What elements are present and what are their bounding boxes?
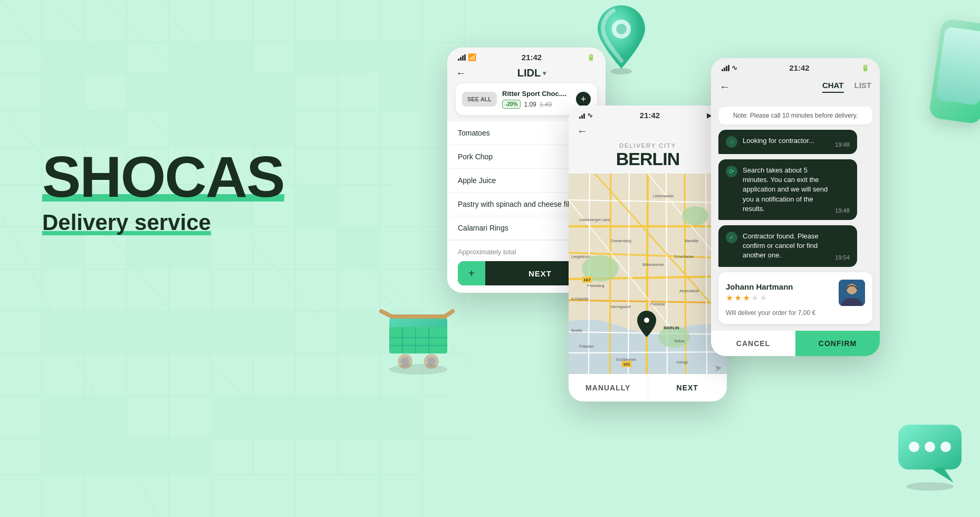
svg-text:167: 167 bbox=[583, 277, 591, 282]
item-name: Pork Chop bbox=[458, 152, 493, 161]
svg-rect-49 bbox=[339, 43, 379, 73]
contractor-header: Johann Hartmann ★ ★ ★ ★ ★ bbox=[726, 280, 865, 306]
city-sublabel: DELIVERY CITY bbox=[577, 142, 718, 149]
svg-point-117 bbox=[389, 364, 447, 375]
star-3: ★ bbox=[743, 293, 750, 303]
svg-rect-54 bbox=[296, 397, 421, 437]
chat-message-2: ⟳ Search takes about 5 minutes. You can … bbox=[718, 159, 857, 220]
signal-bars-2 bbox=[579, 112, 585, 119]
action-buttons: CANCEL CONFIRM bbox=[711, 330, 880, 356]
svg-text:Potsdam: Potsdam bbox=[579, 344, 594, 348]
message-text-3: Contractor found. Please confirm or canc… bbox=[743, 232, 830, 261]
svg-point-122 bbox=[906, 482, 954, 491]
cart-add-btn[interactable]: + bbox=[458, 261, 485, 285]
contractor-description: Will deliver your order for 7,00 € bbox=[726, 309, 865, 317]
svg-rect-50 bbox=[381, 43, 421, 110]
phone2-signal: ∿ bbox=[579, 111, 593, 119]
message-time-1: 19:48 bbox=[835, 141, 850, 148]
phones-container: 📶 21:42 🔋 ← LIDL ▾ SEE ALL Ritter Sport … bbox=[426, 16, 980, 501]
star-1: ★ bbox=[726, 293, 733, 303]
wifi-icon-2: ∿ bbox=[587, 111, 593, 119]
svg-text:Panketal: Panketal bbox=[650, 302, 665, 306]
message-time-3: 19:54 bbox=[835, 254, 850, 261]
signal-bars bbox=[458, 54, 466, 61]
hero-section: SHOCAS Delivery service bbox=[42, 148, 284, 235]
svg-point-114 bbox=[401, 357, 409, 366]
svg-rect-34 bbox=[212, 43, 252, 73]
star-5: ★ bbox=[760, 293, 767, 303]
svg-rect-107 bbox=[389, 327, 447, 353]
svg-point-74 bbox=[682, 206, 708, 225]
svg-text:Teltow: Teltow bbox=[674, 339, 685, 343]
featured-product-name: Ritter Sport Choc.... bbox=[502, 90, 571, 98]
see-all-btn[interactable]: SEE ALL bbox=[462, 92, 497, 107]
svg-point-119 bbox=[909, 442, 919, 452]
star-2: ★ bbox=[734, 293, 742, 303]
message-icon-2: ⟳ bbox=[726, 166, 737, 177]
tab-list[interactable]: LIST bbox=[854, 81, 872, 93]
svg-rect-29 bbox=[43, 43, 83, 73]
svg-text:Schorfheide: Schorfheide bbox=[674, 255, 694, 258]
svg-text:Birkenwerder: Birkenwerder bbox=[642, 263, 665, 266]
phone2-back-btn[interactable]: ← bbox=[577, 125, 588, 137]
add-product-btn[interactable]: + bbox=[576, 92, 591, 107]
svg-point-104 bbox=[616, 24, 627, 34]
item-name: Pastry with spinach and cheese filling bbox=[458, 200, 581, 208]
decorative-phone-right bbox=[928, 18, 980, 125]
phone2-time: 21:42 bbox=[640, 111, 660, 120]
discount-badge: -20% bbox=[502, 100, 521, 109]
svg-rect-31 bbox=[43, 75, 83, 110]
phone1-header: ← LIDL ▾ bbox=[447, 64, 606, 83]
confirm-btn[interactable]: CONFIRM bbox=[795, 331, 880, 356]
svg-rect-33 bbox=[170, 43, 210, 110]
contractor-card: Johann Hartmann ★ ★ ★ ★ ★ bbox=[718, 272, 872, 324]
featured-product-price: -20% 1.09 1.49 bbox=[502, 100, 571, 109]
phone3-chat: ∿ 21:42 🔋 ← CHAT LIST bbox=[711, 58, 880, 356]
phone2-status-bar: ∿ 21:42 ▶▶ bbox=[569, 106, 727, 122]
phone1-store-name: LIDL ▾ bbox=[517, 67, 546, 79]
svg-text:Oranienburg: Oranienburg bbox=[611, 239, 631, 243]
svg-rect-43 bbox=[43, 312, 168, 352]
store-dropdown-icon[interactable]: ▾ bbox=[543, 70, 546, 77]
item-name: Tomatoes bbox=[458, 129, 490, 137]
chat-message-1: ○ Looking for contractor... 19:48 bbox=[718, 130, 857, 154]
featured-product-info: Ritter Sport Choc.... -20% 1.09 1.49 bbox=[502, 90, 571, 109]
svg-point-121 bbox=[940, 442, 951, 452]
phone1-signal: 📶 bbox=[458, 53, 476, 61]
phone2-header: ← bbox=[569, 122, 727, 141]
price-new: 1.09 bbox=[524, 101, 536, 108]
shopping-cart-decoration bbox=[373, 285, 468, 380]
chat-message-3: ✓ Contractor found. Please confirm or ca… bbox=[718, 225, 857, 267]
svg-point-99 bbox=[644, 318, 649, 323]
svg-rect-51 bbox=[296, 186, 337, 226]
phone3-signal: ∿ bbox=[722, 64, 737, 72]
message-text-2: Search takes about 5 minutes. You can ex… bbox=[743, 166, 830, 214]
price-original: 1.49 bbox=[540, 101, 552, 108]
phone1-time: 21:42 bbox=[522, 53, 542, 62]
svg-rect-44 bbox=[170, 312, 294, 352]
svg-text:BERLIN: BERLIN bbox=[664, 325, 679, 330]
svg-text:Königs: Königs bbox=[677, 360, 688, 365]
message-time-2: 19:48 bbox=[835, 207, 850, 214]
decorative-phone-screen bbox=[935, 26, 980, 106]
phone3-status-bar: ∿ 21:42 🔋 bbox=[711, 58, 880, 74]
item-name: Apple Juice bbox=[458, 176, 496, 185]
svg-point-116 bbox=[427, 357, 436, 366]
svg-rect-45 bbox=[43, 397, 126, 437]
message-icon-3: ✓ bbox=[726, 232, 737, 243]
svg-rect-46 bbox=[212, 397, 294, 437]
star-4: ★ bbox=[751, 293, 758, 303]
svg-text:Hennigsdorf: Hennigsdorf bbox=[611, 305, 631, 309]
manually-btn[interactable]: MANUALLY bbox=[569, 374, 648, 401]
phone2-next-btn[interactable]: NEXT bbox=[648, 374, 727, 401]
phone2-footer: MANUALLY NEXT bbox=[569, 374, 727, 401]
phone3-back-btn[interactable]: ← bbox=[719, 81, 730, 93]
svg-point-120 bbox=[925, 442, 935, 452]
phone1-back-btn[interactable]: ← bbox=[456, 67, 466, 79]
svg-text:Ahrensfelde: Ahrensfelde bbox=[679, 289, 699, 293]
city-name: BERLIN bbox=[577, 149, 718, 169]
cancel-btn[interactable]: CANCEL bbox=[711, 331, 795, 356]
phone3-tabs: CHAT LIST bbox=[822, 81, 871, 93]
tab-chat[interactable]: CHAT bbox=[822, 81, 844, 93]
svg-text:Großbeeren: Großbeeren bbox=[616, 358, 636, 361]
